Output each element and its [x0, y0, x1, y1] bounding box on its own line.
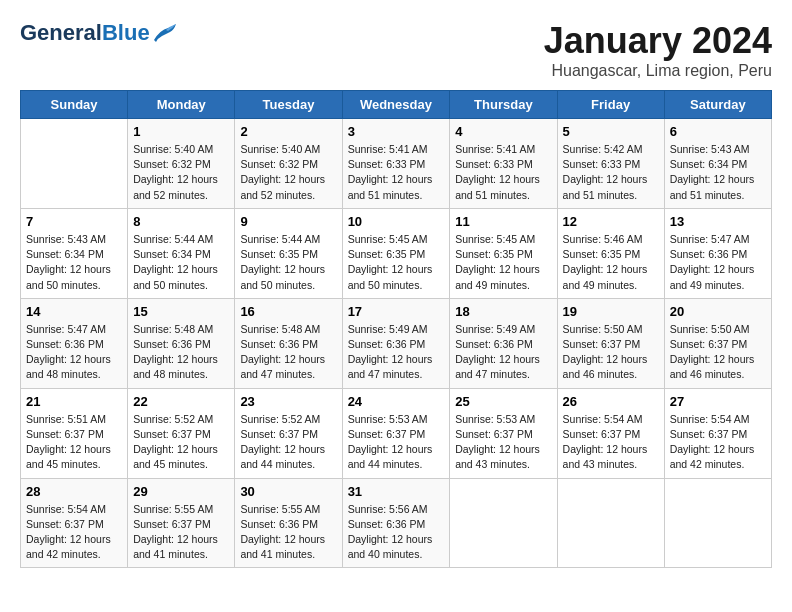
calendar-header-cell: Saturday	[664, 91, 771, 119]
day-info: Sunrise: 5:41 AM Sunset: 6:33 PM Dayligh…	[455, 142, 551, 203]
calendar-day-cell: 21Sunrise: 5:51 AM Sunset: 6:37 PM Dayli…	[21, 388, 128, 478]
calendar-header-cell: Wednesday	[342, 91, 450, 119]
day-info: Sunrise: 5:50 AM Sunset: 6:37 PM Dayligh…	[563, 322, 659, 383]
title-block: January 2024 Huangascar, Lima region, Pe…	[544, 20, 772, 80]
calendar-week-row: 7Sunrise: 5:43 AM Sunset: 6:34 PM Daylig…	[21, 208, 772, 298]
day-info: Sunrise: 5:41 AM Sunset: 6:33 PM Dayligh…	[348, 142, 445, 203]
day-info: Sunrise: 5:54 AM Sunset: 6:37 PM Dayligh…	[26, 502, 122, 563]
page-subtitle: Huangascar, Lima region, Peru	[544, 62, 772, 80]
day-number: 13	[670, 214, 766, 229]
calendar-day-cell: 23Sunrise: 5:52 AM Sunset: 6:37 PM Dayli…	[235, 388, 342, 478]
day-number: 11	[455, 214, 551, 229]
day-number: 15	[133, 304, 229, 319]
day-info: Sunrise: 5:42 AM Sunset: 6:33 PM Dayligh…	[563, 142, 659, 203]
day-info: Sunrise: 5:56 AM Sunset: 6:36 PM Dayligh…	[348, 502, 445, 563]
day-number: 28	[26, 484, 122, 499]
calendar-header-cell: Monday	[128, 91, 235, 119]
day-number: 3	[348, 124, 445, 139]
calendar-day-cell: 2Sunrise: 5:40 AM Sunset: 6:32 PM Daylig…	[235, 119, 342, 209]
day-info: Sunrise: 5:47 AM Sunset: 6:36 PM Dayligh…	[26, 322, 122, 383]
day-info: Sunrise: 5:47 AM Sunset: 6:36 PM Dayligh…	[670, 232, 766, 293]
day-number: 26	[563, 394, 659, 409]
day-info: Sunrise: 5:40 AM Sunset: 6:32 PM Dayligh…	[240, 142, 336, 203]
calendar-day-cell: 13Sunrise: 5:47 AM Sunset: 6:36 PM Dayli…	[664, 208, 771, 298]
day-info: Sunrise: 5:43 AM Sunset: 6:34 PM Dayligh…	[26, 232, 122, 293]
calendar-day-cell: 12Sunrise: 5:46 AM Sunset: 6:35 PM Dayli…	[557, 208, 664, 298]
calendar-day-cell: 6Sunrise: 5:43 AM Sunset: 6:34 PM Daylig…	[664, 119, 771, 209]
calendar-day-cell: 3Sunrise: 5:41 AM Sunset: 6:33 PM Daylig…	[342, 119, 450, 209]
calendar-day-cell: 16Sunrise: 5:48 AM Sunset: 6:36 PM Dayli…	[235, 298, 342, 388]
day-number: 19	[563, 304, 659, 319]
calendar-day-cell: 24Sunrise: 5:53 AM Sunset: 6:37 PM Dayli…	[342, 388, 450, 478]
day-info: Sunrise: 5:44 AM Sunset: 6:34 PM Dayligh…	[133, 232, 229, 293]
calendar-week-row: 1Sunrise: 5:40 AM Sunset: 6:32 PM Daylig…	[21, 119, 772, 209]
calendar-day-cell: 17Sunrise: 5:49 AM Sunset: 6:36 PM Dayli…	[342, 298, 450, 388]
day-number: 12	[563, 214, 659, 229]
day-number: 29	[133, 484, 229, 499]
day-info: Sunrise: 5:40 AM Sunset: 6:32 PM Dayligh…	[133, 142, 229, 203]
calendar-body: 1Sunrise: 5:40 AM Sunset: 6:32 PM Daylig…	[21, 119, 772, 568]
calendar-header-cell: Friday	[557, 91, 664, 119]
day-number: 2	[240, 124, 336, 139]
day-info: Sunrise: 5:45 AM Sunset: 6:35 PM Dayligh…	[348, 232, 445, 293]
calendar-day-cell: 27Sunrise: 5:54 AM Sunset: 6:37 PM Dayli…	[664, 388, 771, 478]
logo-text: GeneralBlue	[20, 20, 150, 46]
calendar-day-cell: 28Sunrise: 5:54 AM Sunset: 6:37 PM Dayli…	[21, 478, 128, 568]
calendar-day-cell: 25Sunrise: 5:53 AM Sunset: 6:37 PM Dayli…	[450, 388, 557, 478]
calendar-day-cell	[664, 478, 771, 568]
day-info: Sunrise: 5:50 AM Sunset: 6:37 PM Dayligh…	[670, 322, 766, 383]
logo-bird-icon	[152, 22, 178, 44]
day-info: Sunrise: 5:51 AM Sunset: 6:37 PM Dayligh…	[26, 412, 122, 473]
day-info: Sunrise: 5:48 AM Sunset: 6:36 PM Dayligh…	[240, 322, 336, 383]
day-number: 20	[670, 304, 766, 319]
day-info: Sunrise: 5:52 AM Sunset: 6:37 PM Dayligh…	[240, 412, 336, 473]
calendar-day-cell: 20Sunrise: 5:50 AM Sunset: 6:37 PM Dayli…	[664, 298, 771, 388]
day-info: Sunrise: 5:48 AM Sunset: 6:36 PM Dayligh…	[133, 322, 229, 383]
day-number: 5	[563, 124, 659, 139]
day-number: 22	[133, 394, 229, 409]
day-number: 18	[455, 304, 551, 319]
day-info: Sunrise: 5:52 AM Sunset: 6:37 PM Dayligh…	[133, 412, 229, 473]
day-info: Sunrise: 5:46 AM Sunset: 6:35 PM Dayligh…	[563, 232, 659, 293]
day-number: 27	[670, 394, 766, 409]
day-info: Sunrise: 5:54 AM Sunset: 6:37 PM Dayligh…	[563, 412, 659, 473]
calendar-header-cell: Sunday	[21, 91, 128, 119]
day-number: 9	[240, 214, 336, 229]
day-number: 23	[240, 394, 336, 409]
day-number: 6	[670, 124, 766, 139]
calendar-day-cell: 22Sunrise: 5:52 AM Sunset: 6:37 PM Dayli…	[128, 388, 235, 478]
calendar-day-cell: 8Sunrise: 5:44 AM Sunset: 6:34 PM Daylig…	[128, 208, 235, 298]
calendar-day-cell: 5Sunrise: 5:42 AM Sunset: 6:33 PM Daylig…	[557, 119, 664, 209]
day-number: 7	[26, 214, 122, 229]
calendar-week-row: 28Sunrise: 5:54 AM Sunset: 6:37 PM Dayli…	[21, 478, 772, 568]
day-info: Sunrise: 5:53 AM Sunset: 6:37 PM Dayligh…	[348, 412, 445, 473]
calendar-day-cell	[450, 478, 557, 568]
day-number: 30	[240, 484, 336, 499]
calendar-table: SundayMondayTuesdayWednesdayThursdayFrid…	[20, 90, 772, 568]
calendar-day-cell	[21, 119, 128, 209]
calendar-week-row: 14Sunrise: 5:47 AM Sunset: 6:36 PM Dayli…	[21, 298, 772, 388]
calendar-header-cell: Thursday	[450, 91, 557, 119]
logo: GeneralBlue	[20, 20, 178, 46]
calendar-day-cell: 30Sunrise: 5:55 AM Sunset: 6:36 PM Dayli…	[235, 478, 342, 568]
calendar-day-cell: 31Sunrise: 5:56 AM Sunset: 6:36 PM Dayli…	[342, 478, 450, 568]
day-number: 10	[348, 214, 445, 229]
calendar-header-cell: Tuesday	[235, 91, 342, 119]
calendar-header-row: SundayMondayTuesdayWednesdayThursdayFrid…	[21, 91, 772, 119]
day-number: 4	[455, 124, 551, 139]
calendar-day-cell: 26Sunrise: 5:54 AM Sunset: 6:37 PM Dayli…	[557, 388, 664, 478]
calendar-day-cell: 29Sunrise: 5:55 AM Sunset: 6:37 PM Dayli…	[128, 478, 235, 568]
day-info: Sunrise: 5:49 AM Sunset: 6:36 PM Dayligh…	[455, 322, 551, 383]
day-number: 1	[133, 124, 229, 139]
day-number: 14	[26, 304, 122, 319]
day-number: 24	[348, 394, 445, 409]
day-info: Sunrise: 5:54 AM Sunset: 6:37 PM Dayligh…	[670, 412, 766, 473]
day-number: 8	[133, 214, 229, 229]
calendar-day-cell: 1Sunrise: 5:40 AM Sunset: 6:32 PM Daylig…	[128, 119, 235, 209]
calendar-day-cell: 14Sunrise: 5:47 AM Sunset: 6:36 PM Dayli…	[21, 298, 128, 388]
page-header: GeneralBlue January 2024 Huangascar, Lim…	[20, 20, 772, 80]
calendar-week-row: 21Sunrise: 5:51 AM Sunset: 6:37 PM Dayli…	[21, 388, 772, 478]
calendar-day-cell: 11Sunrise: 5:45 AM Sunset: 6:35 PM Dayli…	[450, 208, 557, 298]
day-info: Sunrise: 5:55 AM Sunset: 6:36 PM Dayligh…	[240, 502, 336, 563]
day-info: Sunrise: 5:55 AM Sunset: 6:37 PM Dayligh…	[133, 502, 229, 563]
